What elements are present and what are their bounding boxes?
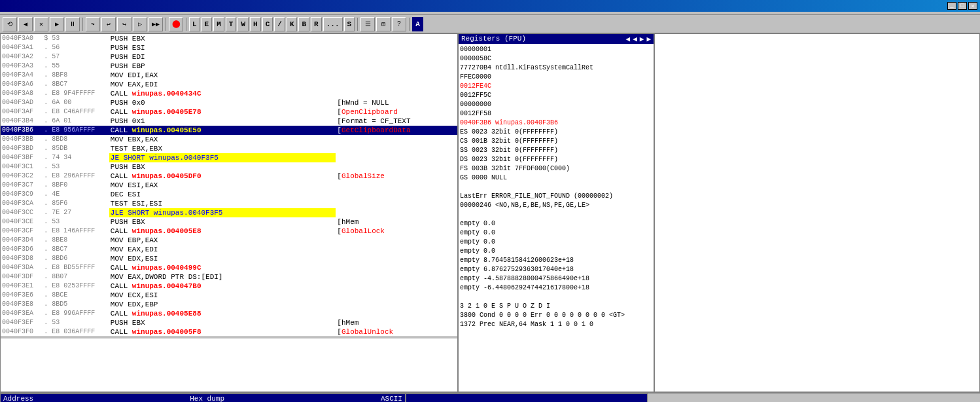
menu-help[interactable]	[48, 12, 56, 14]
menu-debug[interactable]	[17, 12, 25, 14]
disasm-addr: 0040F3D4	[1, 236, 43, 245]
disasm-row[interactable]: 0040F3BB. 8BD8MOV EBX,EAX	[1, 135, 457, 144]
disasm-row[interactable]: 0040F3D8. 8BD6MOV EDX,ESI	[1, 254, 457, 263]
disasm-row[interactable]: 0040F3CC. 7E 27JLE SHORT winupas.0040F3F…	[1, 208, 457, 217]
disasm-row[interactable]: 0040F3B4. 6A 01PUSH 0x1[Format = CF_TEXT	[1, 117, 457, 126]
disasm-row[interactable]: 0040F3D4. 8BE8MOV EBP,EAX	[1, 236, 457, 245]
toolbar-btn-breakpoint[interactable]: ⬤	[169, 17, 183, 31]
disasm-row[interactable]: 0040F3DA. E8 BD55FFFFCALL winupas.004049…	[1, 263, 457, 272]
toolbar-btn-E[interactable]: E	[201, 17, 213, 31]
toolbar-btn-step-out[interactable]: ↪	[117, 17, 131, 31]
disasm-row[interactable]: 0040F3C9. 4EDEC ESI	[1, 190, 457, 199]
toolbar-btn-M[interactable]: M	[213, 17, 224, 31]
disasm-row[interactable]: 0040F3A3. 55PUSH EBP	[1, 62, 457, 71]
toolbar-btn-C[interactable]: C	[262, 17, 273, 31]
disasm-row[interactable]: 0040F3AD. 6A 00PUSH 0x0[hWnd = NULL	[1, 98, 457, 107]
maximize-btn[interactable]: □	[958, 2, 967, 10]
toolbar-btn-slash[interactable]: /	[274, 17, 285, 31]
disasm-comment	[336, 181, 457, 190]
disasm-row[interactable]: 0040F3CF. E8 146AFFFFCALL winupas.004005…	[1, 227, 457, 236]
disasm-addr: 0040F3CE	[1, 217, 43, 227]
disasm-row[interactable]: 0040F3C7. 8BF0MOV ESI,EAX	[1, 181, 457, 190]
menu-plugins[interactable]	[25, 12, 33, 14]
disasm-row[interactable]: 0040F3E8. 8BD5MOV EDX,EBP	[1, 300, 457, 309]
toolbar-btn-cpu[interactable]: ☰	[360, 17, 375, 31]
disasm-row[interactable]: 0040F3F0. E8 036AFFFFCALL winupas.004005…	[1, 327, 457, 337]
disasm-hex: . 8BD6	[43, 254, 109, 263]
disasm-row[interactable]: 0040F3BF. 74 34JE SHORT winupas.0040F3F5	[1, 153, 457, 162]
close-btn[interactable]: ✕	[968, 2, 977, 10]
toolbar-btn-mem[interactable]: ⊞	[376, 17, 391, 31]
minimize-btn[interactable]: _	[947, 2, 956, 10]
toolbar-btn-back[interactable]: ◀	[18, 17, 33, 31]
toolbar-btn-trace[interactable]: ▶▶	[149, 17, 163, 31]
disasm-comment	[336, 300, 457, 309]
disasm-row[interactable]: 0040F3E6. 8BCEMOV ECX,ESI	[1, 291, 457, 300]
disasm-addr: 0040F3A1	[1, 43, 43, 52]
toolbar-btn-run[interactable]: ▶	[50, 17, 64, 31]
disasm-row[interactable]: 0040F3BD. 85DBTEST EBX,EBX	[1, 144, 457, 153]
disasm-row[interactable]: 0040F3B6. E8 956AFFFFCALL winupas.00405E…	[1, 126, 457, 135]
toolbar-btn-L[interactable]: L	[189, 17, 200, 31]
disasm-row[interactable]: 0040F3A0$ 53PUSH EBX	[1, 34, 457, 43]
register-row: 0012FF5C	[460, 91, 652, 100]
disasm-row[interactable]: 0040F3CE. 53PUSH EBX[hMem	[1, 217, 457, 227]
disasm-hex: . 53	[43, 318, 109, 327]
dump-panel[interactable]: Address Hex dump ASCII 00601E6822 43 3A …	[0, 393, 406, 402]
menu-window[interactable]	[41, 12, 48, 14]
toolbar-btn-B[interactable]: B	[298, 17, 309, 31]
toolbar-btn-pause[interactable]: ⏸	[65, 17, 80, 31]
toolbar-btn-step-into[interactable]: ↷	[86, 17, 100, 31]
toolbar-btn-T[interactable]: T	[226, 17, 237, 31]
toolbar-btn-stop[interactable]: ✕	[34, 17, 48, 31]
toolbar: ⟲ ◀ ✕ ▶ ⏸ ↷ ↩ ↪ ▷ ▶▶ ⬤ L E M T W H C / K…	[0, 15, 980, 33]
disasm-row[interactable]: 0040F3A6. 8BC7MOV EAX,EDI	[1, 80, 457, 89]
toolbar-btn-R[interactable]: R	[311, 17, 322, 31]
toolbar-btn-K[interactable]: K	[287, 17, 298, 31]
toolbar-btn-H[interactable]: H	[250, 17, 261, 31]
disasm-row[interactable]: 0040F3DF. 8B07MOV EAX,DWORD PTR DS:[EDI]	[1, 272, 457, 282]
toolbar-btn-help[interactable]: ?	[392, 17, 406, 31]
bottom-section: Address Hex dump ASCII 00601E6822 43 3A …	[0, 392, 980, 402]
disasm-row[interactable]: 0040F3A1. 56PUSH ESI	[1, 43, 457, 52]
disasm-hex: . E8 996AFFFF	[43, 309, 109, 318]
disasm-instr: TEST ESI,ESI	[109, 199, 336, 208]
disasm-row[interactable]: 0040F3EF. 53PUSH EBX[hMem	[1, 318, 457, 327]
toolbar-btn-A[interactable]: A	[412, 17, 423, 31]
menu-file[interactable]	[1, 12, 9, 14]
disasm-row[interactable]: 0040F3A8. E8 9F4FFFFFCALL winupas.004043…	[1, 89, 457, 98]
toolbar-btn-restart[interactable]: ⟲	[3, 17, 17, 31]
toolbar-btn-W[interactable]: W	[237, 17, 249, 31]
disasm-row[interactable]: 0040F3D6. 8BC7MOV EAX,EDI	[1, 245, 457, 254]
toolbar-btn-S[interactable]: S	[344, 17, 355, 31]
disasm-instr: JE SHORT winupas.0040F3F5	[109, 153, 336, 162]
registers-content[interactable]: 000000010000058C777270B4 ntdll.KiFastSys…	[459, 44, 654, 392]
disasm-row[interactable]: 0040F3CA. 85F6TEST ESI,ESI	[1, 199, 457, 208]
toolbar-btn-animate[interactable]: ▷	[133, 17, 147, 31]
toolbar-btn-step-over[interactable]: ↩	[101, 17, 116, 31]
menu-options[interactable]	[33, 12, 41, 14]
title-buttons[interactable]: _ □ ✕	[947, 2, 977, 10]
disasm-hex: . 56	[43, 43, 109, 52]
disasm-addr: 0040F3B6	[1, 126, 43, 135]
disasm-instr: PUSH EBX	[109, 217, 336, 227]
disasm-row[interactable]: 0040F3C2. E8 296AFFFFCALL winupas.00405D…	[1, 172, 457, 181]
disasm-row[interactable]: 0040F3A2. 57PUSH EDI	[1, 52, 457, 62]
dump-hex-title: Hex dump	[190, 395, 224, 402]
disasm-instr: CALL winupas.0040499C	[109, 263, 336, 272]
registers-nav[interactable]: ◀ ◀ ▶ ▶	[626, 35, 652, 43]
disasm-row[interactable]: 0040F3AF. E8 C46AFFFFCALL winupas.00405E…	[1, 107, 457, 117]
stack-panel[interactable]: 0012FE500012FF5C0012FE54000000000012FE58…	[406, 393, 648, 402]
disasm-hex: . 8BE8	[43, 236, 109, 245]
register-row: 0012FF58	[460, 109, 652, 119]
disasm-row[interactable]: 0040F3E1. E8 0253FFFFCALL winupas.004047…	[1, 282, 457, 291]
disasm-row[interactable]: 0040F3C1. 53PUSH EBX	[1, 162, 457, 172]
disasm-row[interactable]: 0040F3EA. E8 996AFFFFCALL winupas.00405E…	[1, 309, 457, 318]
disasm-row[interactable]: 0040F3A4. 8BF8MOV EDI,EAX	[1, 71, 457, 80]
disasm-hex: . 53	[43, 217, 109, 227]
menu-view[interactable]	[9, 12, 17, 14]
disasm-panel[interactable]: 0040F3A0$ 53PUSH EBX0040F3A1. 56PUSH ESI…	[0, 33, 458, 392]
disasm-instr: PUSH EBX	[109, 162, 336, 172]
disasm-hex: . E8 BD55FFFF	[43, 263, 109, 272]
toolbar-btn-dots[interactable]: ...	[323, 17, 343, 31]
